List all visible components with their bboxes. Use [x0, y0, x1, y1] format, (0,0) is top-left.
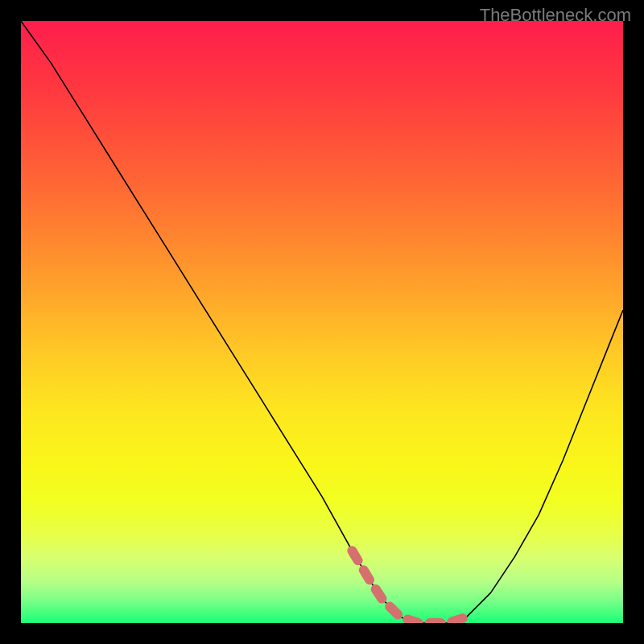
chart-svg — [21, 21, 623, 623]
attribution-text: TheBottleneck.com — [480, 5, 631, 26]
chart-plot-area — [21, 21, 623, 623]
curve-bottom-marker — [352, 551, 466, 623]
bottleneck-curve — [21, 21, 623, 623]
